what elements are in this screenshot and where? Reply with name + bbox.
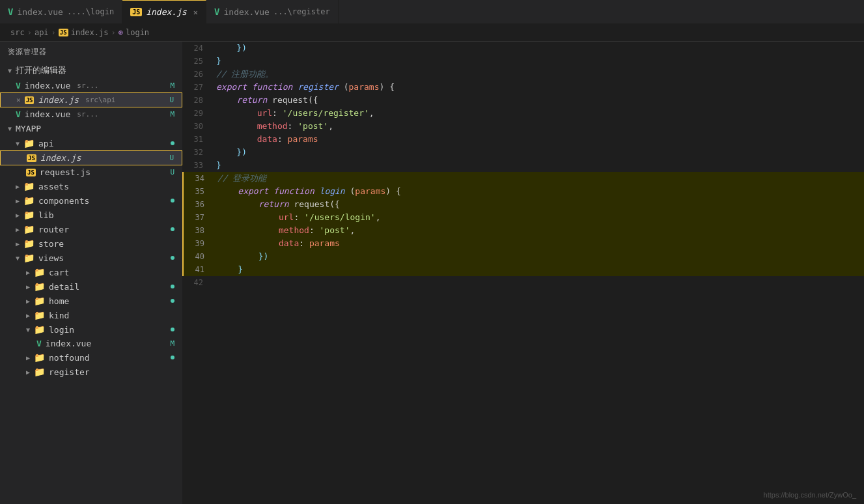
line-number: 38: [184, 224, 215, 237]
sidebar-item-views[interactable]: 📁 views: [0, 251, 182, 265]
code-line-39: 39 data: params: [182, 237, 864, 250]
line-number: 28: [182, 94, 214, 107]
code-editor[interactable]: 24 }) 25 } 26 // 注册功能。 27 export functio…: [182, 42, 864, 504]
code-area: 24 }) 25 } 26 // 注册功能。 27 export functio…: [182, 42, 864, 289]
sidebar-item-index-js[interactable]: JS index.js U: [0, 150, 182, 165]
tab-path: ....\login: [67, 7, 114, 16]
chevron-right-icon: [26, 298, 30, 305]
status-dot: [171, 285, 174, 288]
breadcrumb-func: login: [126, 28, 149, 37]
status-dot: [171, 328, 174, 331]
code-line-32: 32 }): [182, 146, 864, 159]
line-content: url: '/users/register',: [214, 107, 864, 120]
file-name: index.vue: [25, 81, 70, 91]
folder-label: login: [49, 325, 74, 335]
file-label: request.js: [40, 167, 91, 177]
code-line-24: 24 }): [182, 42, 864, 55]
line-content: return request({: [215, 198, 864, 211]
folder-icon: 📁: [34, 281, 45, 292]
sidebar-item-router[interactable]: 📁 router: [0, 222, 182, 236]
folder-label: register: [49, 367, 90, 377]
line-content: }: [214, 159, 864, 172]
folder-icon: 📁: [34, 367, 45, 377]
code-line-36: 36 return request({: [182, 198, 864, 211]
sidebar-item-request-js[interactable]: JS request.js U: [0, 165, 182, 179]
sidebar-item-cart[interactable]: 📁 cart: [0, 265, 182, 279]
open-editors-section[interactable]: 打开的编辑器: [0, 62, 182, 79]
sidebar-item-components[interactable]: 📁 components: [0, 193, 182, 208]
code-line-30: 30 method: 'post',: [182, 120, 864, 133]
chevron-down-icon: [8, 125, 12, 132]
line-content: data: params: [215, 237, 864, 250]
code-line-41: 41 }: [182, 263, 864, 276]
line-number: 30: [182, 120, 214, 133]
file-label: index.vue: [46, 339, 91, 348]
open-file-index-vue-sr[interactable]: V index.vue sr... M: [0, 107, 182, 121]
code-line-28: 28 return request({: [182, 94, 864, 107]
file-path: sr...: [77, 110, 98, 119]
chevron-down-icon: [26, 326, 30, 333]
vue-file-icon: V: [36, 339, 42, 348]
modified-badge: M: [170, 81, 174, 90]
line-number: 33: [182, 159, 214, 172]
sidebar-item-register[interactable]: 📁 register: [0, 365, 182, 379]
status-dot: [171, 141, 174, 145]
code-line-29: 29 url: '/users/register',: [182, 107, 864, 120]
tab-index-js[interactable]: JS index.js ✕: [122, 0, 206, 23]
open-file-index-vue-login[interactable]: V index.vue sr... M: [0, 79, 182, 92]
breadcrumb-sep2: ›: [51, 28, 56, 37]
code-line-34: 34 // 登录功能: [182, 172, 864, 185]
chevron-right-icon: [26, 269, 30, 276]
line-number: 42: [182, 276, 214, 289]
folder-label: assets: [38, 182, 69, 191]
folder-icon: 📁: [23, 138, 35, 148]
status-dot: [171, 299, 174, 303]
chevron-down-icon: [16, 140, 20, 147]
main-layout: 资源管理器 打开的编辑器 V index.vue sr... M ✕ JS in…: [0, 42, 864, 504]
tab-bar: V index.vue ....\login JS index.js ✕ V i…: [0, 0, 864, 23]
code-line-35: 35 export function login (params) {: [182, 185, 864, 198]
breadcrumb: src › api › JS index.js › ⊕ login: [0, 23, 864, 42]
status-dot: [171, 199, 174, 203]
code-line-33: 33 }: [182, 159, 864, 172]
line-number: 31: [182, 133, 214, 146]
sidebar-item-login[interactable]: 📁 login: [0, 322, 182, 337]
vue-file-icon: V: [16, 109, 21, 119]
folder-label: api: [38, 139, 53, 148]
folder-label: kind: [49, 311, 69, 320]
unsaved-badge: U: [169, 154, 174, 162]
chevron-right-icon: [26, 283, 30, 290]
open-file-index-js[interactable]: ✕ JS index.js src\api U: [0, 92, 182, 107]
line-content: data: params: [214, 133, 864, 146]
tab-index-vue-register[interactable]: V index.vue ...\register: [206, 0, 339, 23]
code-line-38: 38 method: 'post',: [182, 224, 864, 237]
sidebar-item-login-index-vue[interactable]: V index.vue M: [0, 337, 182, 350]
line-content: }): [215, 250, 864, 263]
sidebar-item-notfound[interactable]: 📁 notfound: [0, 350, 182, 365]
modified-badge: M: [170, 110, 174, 119]
tab-index-vue-login[interactable]: V index.vue ....\login: [0, 0, 122, 23]
line-content: [214, 276, 864, 289]
sidebar-item-store[interactable]: 📁 store: [0, 236, 182, 251]
sidebar-item-assets[interactable]: 📁 assets: [0, 179, 182, 193]
chevron-right-icon: [16, 197, 20, 204]
close-button[interactable]: ✕: [193, 8, 198, 17]
folder-icon: 📁: [34, 310, 45, 320]
sidebar-item-home[interactable]: 📁 home: [0, 294, 182, 308]
breadcrumb-func-icon: ⊕: [118, 28, 123, 37]
folder-icon: 📁: [23, 253, 35, 263]
sidebar-item-kind[interactable]: 📁 kind: [0, 308, 182, 322]
file-path: src\api: [85, 96, 115, 104]
close-small-icon[interactable]: ✕: [16, 96, 21, 104]
line-content: return request({: [214, 94, 864, 107]
modified-badge: M: [170, 339, 174, 348]
project-section[interactable]: MYAPP: [0, 121, 182, 136]
code-line-42: 42: [182, 276, 864, 289]
sidebar-item-lib[interactable]: 📁 lib: [0, 208, 182, 222]
sidebar-item-api[interactable]: 📁 api: [0, 136, 182, 150]
folder-icon: 📁: [34, 296, 45, 306]
chevron-right-icon: [26, 369, 30, 376]
sidebar-item-detail[interactable]: 📁 detail: [0, 279, 182, 294]
unsaved-badge: U: [169, 96, 174, 104]
status-dot: [171, 356, 174, 359]
